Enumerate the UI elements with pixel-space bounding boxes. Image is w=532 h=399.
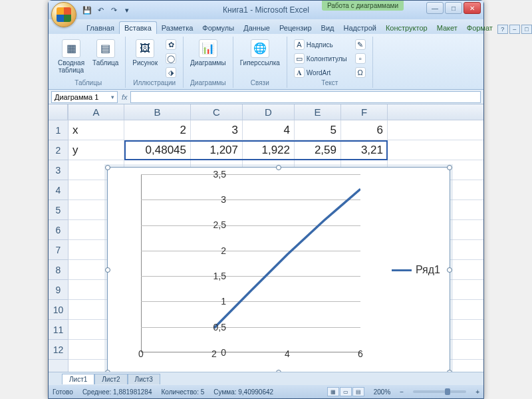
minimize-button[interactable]: — <box>426 2 444 14</box>
row-header[interactable]: 10 <box>49 300 68 320</box>
formula-input[interactable] <box>130 91 481 103</box>
select-all-corner[interactable] <box>49 104 68 120</box>
row-header[interactable]: 9 <box>49 280 68 300</box>
shapes-button[interactable]: ◯ <box>163 52 179 65</box>
smartart-button[interactable]: ⬗ <box>163 66 179 79</box>
cell[interactable]: 6 <box>341 120 388 140</box>
symbol-button[interactable]: Ω <box>352 66 368 79</box>
tab-formulas[interactable]: Формулы <box>198 22 239 34</box>
excel-window: 💾 ↶ ↷ ▾ Книга1 - Microsoft Excel Работа … <box>48 0 484 399</box>
row-header[interactable]: 8 <box>49 260 68 280</box>
row-header[interactable]: 4 <box>49 180 68 200</box>
charts-button[interactable]: 📊Диаграммы <box>188 38 229 68</box>
tab-addins[interactable]: Надстрой <box>339 22 381 34</box>
zoom-in-button[interactable]: + <box>475 388 479 396</box>
sheet-tab[interactable]: Лист3 <box>128 374 160 384</box>
office-button[interactable] <box>51 2 76 27</box>
chart-line[interactable] <box>141 174 360 352</box>
cell[interactable]: 1,922 <box>243 140 295 160</box>
row-header[interactable]: 6 <box>49 220 68 240</box>
resize-handle[interactable] <box>276 165 281 170</box>
legend[interactable]: Ряд1 <box>392 264 440 276</box>
hyperlink-button[interactable]: 🌐Гиперссылка <box>237 38 283 68</box>
quick-access-toolbar: 💾 ↶ ↷ ▾ <box>82 5 132 15</box>
textbox-button[interactable]: AНадпись <box>291 38 350 51</box>
view-page-break-icon[interactable]: ▤ <box>352 387 364 396</box>
tab-data[interactable]: Данные <box>239 22 275 34</box>
cell[interactable]: 4 <box>243 120 295 140</box>
col-header[interactable]: F <box>341 104 388 120</box>
cell[interactable]: 2,59 <box>295 140 341 160</box>
undo-icon[interactable]: ↶ <box>95 5 106 15</box>
title-bar[interactable]: 💾 ↶ ↷ ▾ Книга1 - Microsoft Excel Работа … <box>49 1 483 19</box>
cell[interactable]: y <box>68 140 124 160</box>
tab-chart-format[interactable]: Формат <box>462 22 497 34</box>
row-header[interactable]: 1 <box>49 120 68 140</box>
cell[interactable]: 5 <box>295 120 341 140</box>
name-box[interactable]: Диаграмма 1 <box>51 91 118 103</box>
resize-handle[interactable] <box>276 370 281 372</box>
col-header[interactable]: A <box>68 104 124 120</box>
x-tick: 2 <box>211 348 217 359</box>
plot-area[interactable] <box>141 174 360 352</box>
zoom-level[interactable]: 200% <box>374 388 391 396</box>
tab-view[interactable]: Вид <box>317 22 339 34</box>
maximize-button[interactable]: □ <box>445 2 462 14</box>
resize-handle[interactable] <box>447 370 452 372</box>
cell[interactable]: 3 <box>191 120 243 140</box>
save-icon[interactable]: 💾 <box>82 5 92 15</box>
cell[interactable]: 0,48045 <box>124 140 191 160</box>
signature-button[interactable]: ✎ <box>352 38 368 51</box>
table-button[interactable]: ▤Таблица <box>90 38 121 68</box>
resize-handle[interactable] <box>105 165 110 170</box>
cell[interactable]: 1,207 <box>191 140 243 160</box>
resize-handle[interactable] <box>105 370 110 372</box>
tab-insert[interactable]: Вставка <box>119 21 157 34</box>
cell[interactable]: 3,21 <box>341 140 388 160</box>
sheet-tab[interactable]: Лист1 <box>62 374 94 384</box>
view-page-layout-icon[interactable]: ▭ <box>340 387 352 396</box>
embedded-chart[interactable]: 3,5 3 2,5 2 1,5 1 0,5 0 0 2 4 6 Ряд1 <box>107 167 450 372</box>
wordart-button[interactable]: 𝐀WordArt <box>291 66 350 79</box>
row-header[interactable]: 7 <box>49 240 68 260</box>
col-header[interactable]: C <box>191 104 243 120</box>
col-header[interactable]: E <box>295 104 341 120</box>
view-normal-icon[interactable]: ▦ <box>327 387 339 396</box>
redo-icon[interactable]: ↷ <box>108 5 119 15</box>
help-icon[interactable]: ? <box>497 25 508 34</box>
doc-minimize-icon[interactable]: – <box>509 25 520 34</box>
resize-handle[interactable] <box>105 267 110 273</box>
tab-review[interactable]: Рецензир <box>275 22 317 34</box>
close-button[interactable]: ✕ <box>464 2 481 14</box>
qat-dropdown-icon[interactable]: ▾ <box>122 5 132 15</box>
y-tick: 1 <box>221 296 226 307</box>
resize-handle[interactable] <box>447 267 452 273</box>
row-header[interactable]: 11 <box>49 320 68 340</box>
row-header[interactable]: 5 <box>49 200 68 220</box>
pivot-table-button[interactable]: ▦Сводная таблица <box>55 38 87 75</box>
header-footer-button[interactable]: ▭Колонтитулы <box>291 52 350 65</box>
tab-page-layout[interactable]: Разметка <box>157 22 198 34</box>
tab-home[interactable]: Главная <box>82 22 119 34</box>
row-header[interactable]: 3 <box>49 160 68 180</box>
object-button[interactable]: ▫ <box>352 52 368 65</box>
zoom-slider[interactable] <box>413 390 466 393</box>
doc-restore-icon[interactable]: □ <box>521 25 532 34</box>
picture-button[interactable]: 🖼Рисунок <box>130 38 160 68</box>
sheet-tab[interactable]: Лист2 <box>94 374 127 384</box>
resize-handle[interactable] <box>447 165 452 170</box>
tab-chart-layout[interactable]: Макет <box>432 22 462 34</box>
cell[interactable]: 2 <box>124 120 191 140</box>
zoom-out-button[interactable]: − <box>400 388 404 396</box>
status-sum: Сумма: 9,40990642 <box>213 388 273 396</box>
clipart-button[interactable]: ✿ <box>163 38 179 51</box>
cell[interactable]: x <box>68 120 124 140</box>
row-header[interactable]: 2 <box>49 140 68 160</box>
tab-chart-design[interactable]: Конструктор <box>381 22 432 34</box>
col-header[interactable]: B <box>124 104 191 120</box>
fx-icon[interactable]: fx <box>122 93 128 101</box>
row-header[interactable]: 12 <box>49 340 68 360</box>
table-icon: ▤ <box>96 39 115 58</box>
col-header[interactable]: D <box>243 104 295 120</box>
worksheet-area[interactable]: 1 2 3 4 5 6 7 8 9 10 11 12 A B C D E F <box>49 104 483 372</box>
